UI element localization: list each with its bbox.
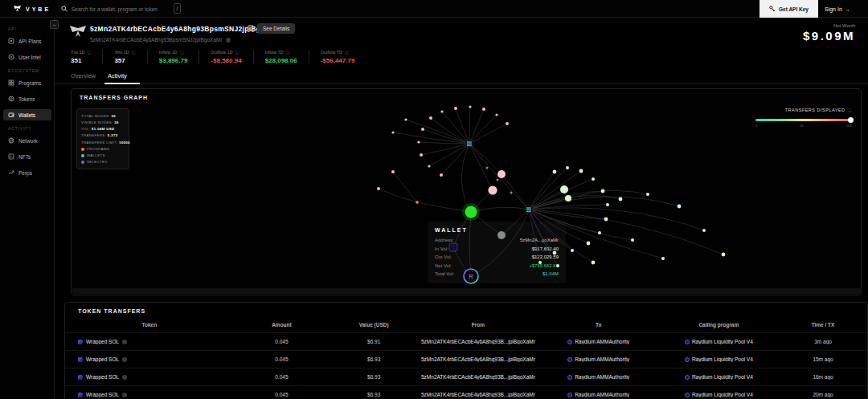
info-icon[interactable]: ⓘ [848, 108, 853, 112]
col-token: Token [65, 322, 234, 328]
key-icon [769, 6, 776, 12]
sidebar-item-wallets[interactable]: Wallets [3, 109, 51, 120]
sidebar-item-tokens[interactable]: Tokens [3, 93, 51, 104]
tab-overview[interactable]: Overview [71, 72, 96, 79]
program-icon [685, 393, 690, 397]
calling-program-link[interactable]: Raydium Liquidity Pool V4 [692, 392, 753, 397]
brand-name: VYBE [26, 6, 51, 12]
token-transfers-panel: TOKEN TRANSFERS Token Amount Value (USD)… [64, 302, 868, 399]
transfers-graph-title: TRANSFERS GRAPH [80, 95, 148, 100]
info-icon[interactable]: ⓘ [345, 50, 349, 55]
info-icon[interactable]: ⓘ [132, 50, 136, 55]
get-api-key-button[interactable]: Get API Key [760, 0, 818, 18]
vybe-logo: VYBE [13, 0, 51, 18]
tooltip-out-vol: $122,029.59 [532, 253, 559, 262]
from-address-link[interactable]: 5zMn2ATK4rbECAcbE4y6A8hg93B...jpiBgoXaMr [421, 374, 535, 380]
sidebar-item-user-intel[interactable]: User Intel [3, 51, 51, 63]
from-address-link[interactable]: 5zMn2ATK4rbECAcbE4y6A8hg93B...jpiBgoXaMr [421, 339, 535, 344]
info-icon[interactable]: ⓘ [235, 50, 240, 55]
token-link[interactable]: Wrapped SOL [86, 374, 119, 380]
copy-token-icon[interactable] [122, 375, 127, 380]
info-icon[interactable]: ⓘ [87, 50, 91, 55]
copy-address-icon[interactable] [226, 38, 231, 43]
table-row: Wrapped SOL 0.045 $6.93 5zMn2ATK4rbECAcb… [65, 385, 867, 399]
col-to: To [538, 322, 659, 328]
wallet-node-green-light[interactable] [565, 195, 571, 202]
slider-knob[interactable] [848, 117, 854, 123]
sidebar: API API Plans User Intel ECOSYSTEM Progr… [0, 18, 55, 399]
time-cell: 20m ago [779, 392, 867, 397]
stat-value: 357 [114, 57, 135, 64]
arrow-right-icon: → [845, 6, 850, 12]
calling-program-link[interactable]: Raydium Liquidity Pool V4 [692, 356, 753, 362]
token-link[interactable]: Wrapped SOL [86, 339, 119, 344]
net-worth: Net Worth $9.09M [803, 23, 855, 43]
sidebar-item-label: Network [18, 138, 38, 144]
active-tab-underline [104, 83, 140, 84]
program-icon [567, 375, 572, 380]
calling-program-link[interactable]: Raydium Liquidity Pool V4 [692, 339, 753, 344]
info-icon[interactable]: ⓘ [286, 50, 290, 55]
info-icon[interactable]: ⓘ [180, 50, 184, 55]
token-link[interactable]: Wrapped SOL [86, 392, 119, 397]
token-link[interactable]: Wrapped SOL [86, 356, 119, 362]
from-address-link[interactable]: 5zMn2ATK4rbECAcbE4y6A8hg93B...jpiBgoXaMr [421, 356, 535, 362]
stat-value: $3,896.79 [159, 57, 188, 64]
selected-wallet-node[interactable] [465, 206, 477, 218]
tab-activity[interactable]: Activity [108, 72, 127, 79]
col-from: From [418, 322, 538, 328]
slider-tick-min: 0 [755, 124, 757, 128]
solana-hub-node-right[interactable] [525, 206, 533, 214]
tooltip-address: 5zMn2A...goXaMr [520, 236, 559, 245]
see-details-button[interactable]: See Details [257, 23, 295, 34]
to-link[interactable]: Raydium AMMAuthority [575, 356, 629, 362]
copy-token-icon[interactable] [122, 393, 127, 397]
wallet-node-green-light[interactable] [560, 185, 568, 193]
slider-track[interactable] [755, 119, 852, 121]
sidebar-item-label: Programs [18, 80, 41, 86]
sidebar-item-nfts[interactable]: NFTs [3, 151, 51, 162]
value-cell: $6.91 [330, 339, 418, 344]
wallets-dot-icon [81, 154, 84, 157]
program-node-orange[interactable] [416, 201, 419, 204]
from-address-link[interactable]: 5zMn2ATK4rbECAcbE4y6A8hg93B...jpiBgoXaMr [421, 392, 535, 397]
copy-token-icon[interactable] [122, 357, 127, 362]
copy-token-icon[interactable] [122, 340, 127, 344]
table-row: Wrapped SOL 0.045 $6.91 5zMn2ATK4rbECAcb… [65, 332, 867, 350]
graph-scroll-strip[interactable] [72, 288, 862, 294]
sign-in-label: Sign In [825, 6, 842, 12]
sidebar-section-ecosystem: ECOSYSTEM [8, 69, 39, 73]
calling-program-link[interactable]: Raydium Liquidity Pool V4 [692, 374, 753, 380]
bookmark-icon[interactable] [248, 25, 254, 33]
slider-tick-max: 10K [846, 124, 852, 128]
get-api-key-label: Get API Key [779, 6, 809, 12]
sign-in-button[interactable]: Sign In → [825, 0, 850, 18]
transfers-graph-canvas[interactable]: WALLET Address:5zMn2A...goXaMr In Vol:$9… [72, 105, 862, 290]
sidebar-item-perps[interactable]: Perps [3, 167, 51, 178]
sidebar-collapse-button[interactable]: ‹› [50, 20, 59, 29]
search-input[interactable]: Search for a wallet, program or token [61, 2, 188, 15]
col-time-tx: Time / TX [779, 322, 867, 328]
col-calling-program: Calling program [658, 322, 779, 328]
perps-trend-icon [8, 169, 14, 176]
table-header-row: Token Amount Value (USD) From To Calling… [65, 322, 867, 328]
sidebar-item-label: Perps [18, 170, 32, 176]
main-content: 5zMn2ATK4rbECAcbE4y6A8hg93BpsmSNJ2jpiBgo… [55, 18, 868, 399]
stat-inflow-7d: Inflow 7Dⓘ $28,098.06 [265, 50, 309, 64]
amount-cell: 0.045 [234, 339, 330, 344]
sidebar-item-programs[interactable]: Programs [3, 77, 51, 88]
wallet-node-pink[interactable] [497, 170, 506, 178]
wallet-node-pink[interactable] [488, 185, 497, 194]
value-cell: $6.93 [330, 356, 418, 362]
to-link[interactable]: Raydium AMMAuthority [575, 374, 629, 380]
sidebar-item-api-plans[interactable]: API Plans [3, 35, 51, 47]
solana-hub-node-top[interactable] [465, 140, 473, 148]
wallet-stats-row: Txs 1Dⓘ 351 Xfrs 1Dⓘ 357 Inflow 1Dⓘ $3,8… [71, 50, 377, 64]
search-icon [61, 6, 68, 12]
top-bar: VYBE Search for a wallet, program or tok… [0, 0, 868, 18]
sidebar-item-network[interactable]: Network [3, 135, 51, 146]
wallet-avatar [68, 22, 88, 39]
to-link[interactable]: Raydium AMMAuthority [575, 339, 629, 344]
sidebar-item-label: NFTs [18, 154, 31, 160]
to-link[interactable]: Raydium AMMAuthority [575, 392, 629, 397]
